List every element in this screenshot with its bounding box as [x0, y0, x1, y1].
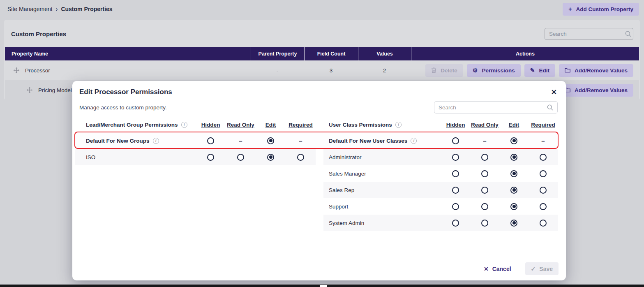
field-count-cell: 3: [304, 67, 358, 74]
info-icon[interactable]: [395, 122, 402, 128]
drag-handle-icon[interactable]: [13, 67, 20, 74]
perm-column-edit[interactable]: Edit: [499, 122, 529, 128]
perm-column-read-only[interactable]: Read Only: [470, 122, 499, 128]
permission-row: Administrator: [323, 149, 558, 165]
radio-selected-edit[interactable]: [510, 203, 517, 210]
pencil-icon: ✎: [530, 67, 535, 73]
breadcrumb-custom-properties: Custom Properties: [61, 6, 112, 12]
save-button[interactable]: ✓ Save: [525, 262, 559, 275]
property-name: Processor: [25, 67, 50, 74]
radio-selected-edit[interactable]: [510, 220, 517, 227]
bottom-scrollbar-track: [0, 285, 644, 287]
perm-column-hidden[interactable]: Hidden: [196, 122, 226, 128]
radio-read-only[interactable]: [481, 187, 488, 194]
column-header-parent-property: Parent Property: [251, 47, 304, 60]
permission-row-label: Default For New Groups: [86, 138, 150, 144]
drag-handle-icon[interactable]: [26, 87, 33, 93]
breadcrumb-separator: ›: [56, 6, 58, 12]
permission-row: System Admin: [323, 215, 558, 231]
radio-selected-edit[interactable]: [267, 154, 274, 161]
permission-row: Sales Rep: [323, 182, 558, 198]
radio-hidden[interactable]: [452, 154, 459, 161]
panel-search: [545, 28, 633, 40]
radio-read-only[interactable]: [481, 203, 488, 210]
parent-property-cell: -: [251, 67, 304, 74]
property-name-cell: Processor: [5, 67, 251, 74]
radio-selected-edit[interactable]: [510, 154, 517, 161]
delete-button[interactable]: Delete: [425, 64, 463, 77]
check-icon: ✓: [531, 266, 536, 272]
radio-read-only[interactable]: [481, 170, 488, 177]
table-row: Processor - 3 2 Delete ⚙ Permissions ✎: [5, 60, 639, 80]
radio-hidden[interactable]: [452, 137, 459, 144]
edit-button[interactable]: ✎ Edit: [524, 64, 555, 77]
permissions-button[interactable]: ⚙ Permissions: [467, 64, 521, 77]
default-permissions-highlight: Default For New Groups–– Default For New…: [74, 132, 559, 149]
radio-read-only[interactable]: [481, 220, 488, 227]
radio-required[interactable]: [540, 170, 547, 177]
radio-required[interactable]: [540, 187, 547, 194]
perm-column-required[interactable]: Required: [286, 122, 316, 128]
perm-column-read-only[interactable]: Read Only: [226, 122, 256, 128]
section-title-label: User Class Permissions: [329, 122, 392, 128]
perm-column-required[interactable]: Required: [529, 122, 558, 128]
permission-row: Sales Manager: [323, 165, 558, 182]
cancel-x-icon: ✕: [484, 266, 489, 272]
radio-required[interactable]: [297, 154, 304, 161]
column-header-property-name: Property Name: [5, 47, 251, 60]
breadcrumb-site-management[interactable]: Site Management: [7, 6, 53, 12]
permission-row-label: ISO: [86, 154, 95, 160]
radio-selected-edit[interactable]: [267, 137, 274, 144]
top-bar: Site Management › Custom Properties + Ad…: [0, 0, 644, 18]
info-icon[interactable]: [181, 122, 187, 128]
radio-selected-edit[interactable]: [510, 187, 517, 194]
radio-read-only[interactable]: [481, 154, 488, 161]
cancel-button[interactable]: ✕ Cancel: [484, 266, 511, 272]
radio-selected-edit[interactable]: [510, 137, 517, 144]
search-icon: [547, 104, 553, 111]
bottom-scrollbar-thumb[interactable]: [320, 285, 327, 287]
info-icon[interactable]: [411, 138, 417, 144]
column-header-actions: Actions: [411, 47, 639, 60]
radio-hidden[interactable]: [207, 154, 214, 161]
radio-selected-edit[interactable]: [510, 170, 517, 177]
radio-hidden[interactable]: [452, 203, 459, 210]
permission-row-label: System Admin: [329, 220, 364, 226]
column-header-field-count: Field Count: [304, 47, 358, 60]
breadcrumb: Site Management › Custom Properties: [7, 6, 113, 12]
search-icon: [625, 31, 631, 37]
radio-required[interactable]: [540, 220, 547, 227]
info-icon[interactable]: [153, 138, 159, 144]
edit-permissions-modal: Edit Processor Permissions ✕ Manage acce…: [72, 81, 566, 280]
radio-required[interactable]: [540, 154, 547, 161]
perm-column-hidden[interactable]: Hidden: [441, 122, 470, 128]
user-class-permissions-header: User Class Permissions HiddenRead OnlyEd…: [323, 122, 558, 128]
permission-row: ISO: [75, 149, 316, 165]
radio-hidden[interactable]: [452, 220, 459, 227]
permission-row-label: Default For New User Classes: [329, 138, 407, 144]
permission-row-label: Support: [329, 204, 348, 210]
property-name: Pricing Model: [38, 87, 72, 93]
close-icon[interactable]: ✕: [550, 88, 558, 97]
radio-required[interactable]: [540, 203, 547, 210]
default-row-left: Default For New Groups––: [75, 132, 316, 149]
not-applicable-dash: –: [299, 137, 302, 144]
folder-icon: [565, 68, 570, 73]
add-remove-values-button[interactable]: Add/Remove Values: [559, 84, 633, 97]
values-cell: 2: [358, 67, 411, 74]
modal-subtitle: Manage access to custom property.: [79, 104, 167, 111]
radio-read-only[interactable]: [237, 154, 244, 161]
add-custom-property-button[interactable]: + Add Custom Property: [563, 3, 639, 16]
not-applicable-dash: –: [541, 137, 545, 144]
radio-hidden[interactable]: [207, 137, 214, 144]
column-header-values: Values: [358, 47, 411, 60]
perm-column-edit[interactable]: Edit: [256, 122, 286, 128]
add-remove-values-button[interactable]: Add/Remove Values: [559, 64, 633, 77]
modal-search-input[interactable]: [439, 104, 544, 111]
radio-hidden[interactable]: [452, 170, 459, 177]
lead-merchant-permissions-header: Lead/Merchant Group Permissions HiddenRe…: [75, 122, 316, 128]
panel-title: Custom Properties: [11, 30, 66, 37]
modal-search: [434, 101, 558, 113]
radio-hidden[interactable]: [452, 187, 459, 194]
panel-search-input[interactable]: [549, 31, 622, 37]
